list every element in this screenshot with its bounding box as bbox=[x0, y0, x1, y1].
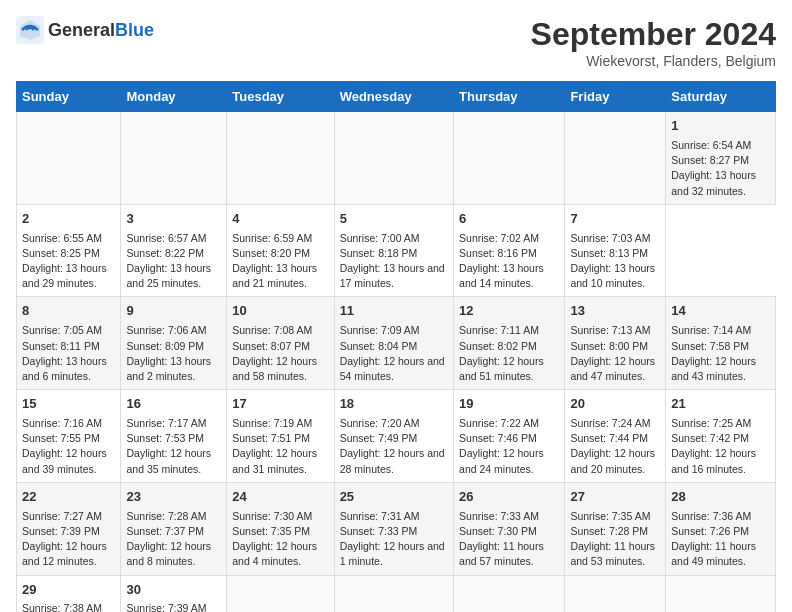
daylight-text: Daylight: 12 hours and 54 minutes. bbox=[340, 355, 445, 382]
table-row: 7Sunrise: 7:03 AMSunset: 8:13 PMDaylight… bbox=[565, 204, 666, 297]
table-row: 30Sunrise: 7:39 AMSunset: 7:21 PMDayligh… bbox=[121, 575, 227, 612]
sunset-text: Sunset: 8:09 PM bbox=[126, 340, 204, 352]
sunset-text: Sunset: 7:42 PM bbox=[671, 432, 749, 444]
table-row: 4Sunrise: 6:59 AMSunset: 8:20 PMDaylight… bbox=[227, 204, 334, 297]
table-row: 17Sunrise: 7:19 AMSunset: 7:51 PMDayligh… bbox=[227, 390, 334, 483]
day-number: 23 bbox=[126, 488, 221, 507]
daylight-text: Daylight: 11 hours and 53 minutes. bbox=[570, 540, 655, 567]
sunset-text: Sunset: 7:44 PM bbox=[570, 432, 648, 444]
daylight-text: Daylight: 12 hours and 8 minutes. bbox=[126, 540, 211, 567]
calendar-week-row: 8Sunrise: 7:05 AMSunset: 8:11 PMDaylight… bbox=[17, 297, 776, 390]
table-row bbox=[121, 112, 227, 205]
sunset-text: Sunset: 7:26 PM bbox=[671, 525, 749, 537]
daylight-text: Daylight: 12 hours and 47 minutes. bbox=[570, 355, 655, 382]
sunset-text: Sunset: 8:18 PM bbox=[340, 247, 418, 259]
sunrise-text: Sunrise: 7:33 AM bbox=[459, 510, 539, 522]
sunrise-text: Sunrise: 7:30 AM bbox=[232, 510, 312, 522]
sunrise-text: Sunrise: 7:02 AM bbox=[459, 232, 539, 244]
table-row: 22Sunrise: 7:27 AMSunset: 7:39 PMDayligh… bbox=[17, 482, 121, 575]
table-row bbox=[565, 112, 666, 205]
day-number: 10 bbox=[232, 302, 328, 321]
daylight-text: Daylight: 12 hours and 51 minutes. bbox=[459, 355, 544, 382]
table-row: 29Sunrise: 7:38 AMSunset: 7:23 PMDayligh… bbox=[17, 575, 121, 612]
day-number: 9 bbox=[126, 302, 221, 321]
day-number: 7 bbox=[570, 210, 660, 229]
daylight-text: Daylight: 13 hours and 6 minutes. bbox=[22, 355, 107, 382]
table-row: 8Sunrise: 7:05 AMSunset: 8:11 PMDaylight… bbox=[17, 297, 121, 390]
day-number: 20 bbox=[570, 395, 660, 414]
sunset-text: Sunset: 7:49 PM bbox=[340, 432, 418, 444]
title-area: September 2024 Wiekevorst, Flanders, Bel… bbox=[531, 16, 776, 69]
sunset-text: Sunset: 7:28 PM bbox=[570, 525, 648, 537]
daylight-text: Daylight: 12 hours and 31 minutes. bbox=[232, 447, 317, 474]
sunrise-text: Sunrise: 7:22 AM bbox=[459, 417, 539, 429]
table-row: 26Sunrise: 7:33 AMSunset: 7:30 PMDayligh… bbox=[454, 482, 565, 575]
sunrise-text: Sunrise: 7:27 AM bbox=[22, 510, 102, 522]
location-title: Wiekevorst, Flanders, Belgium bbox=[531, 53, 776, 69]
col-thursday: Thursday bbox=[454, 82, 565, 112]
daylight-text: Daylight: 12 hours and 24 minutes. bbox=[459, 447, 544, 474]
day-number: 11 bbox=[340, 302, 448, 321]
calendar-header-row: Sunday Monday Tuesday Wednesday Thursday… bbox=[17, 82, 776, 112]
day-number: 5 bbox=[340, 210, 448, 229]
sunrise-text: Sunrise: 7:06 AM bbox=[126, 324, 206, 336]
daylight-text: Daylight: 12 hours and 12 minutes. bbox=[22, 540, 107, 567]
table-row bbox=[334, 112, 453, 205]
sunset-text: Sunset: 8:20 PM bbox=[232, 247, 310, 259]
sunrise-text: Sunrise: 7:11 AM bbox=[459, 324, 539, 336]
table-row: 14Sunrise: 7:14 AMSunset: 7:58 PMDayligh… bbox=[666, 297, 776, 390]
day-number: 25 bbox=[340, 488, 448, 507]
table-row: 13Sunrise: 7:13 AMSunset: 8:00 PMDayligh… bbox=[565, 297, 666, 390]
daylight-text: Daylight: 13 hours and 17 minutes. bbox=[340, 262, 445, 289]
day-number: 21 bbox=[671, 395, 770, 414]
sunrise-text: Sunrise: 7:39 AM bbox=[126, 602, 206, 612]
table-row bbox=[334, 575, 453, 612]
sunrise-text: Sunrise: 7:17 AM bbox=[126, 417, 206, 429]
daylight-text: Daylight: 12 hours and 20 minutes. bbox=[570, 447, 655, 474]
sunset-text: Sunset: 7:35 PM bbox=[232, 525, 310, 537]
daylight-text: Daylight: 12 hours and 58 minutes. bbox=[232, 355, 317, 382]
calendar-week-row: 1Sunrise: 6:54 AMSunset: 8:27 PMDaylight… bbox=[17, 112, 776, 205]
day-number: 6 bbox=[459, 210, 559, 229]
sunset-text: Sunset: 7:33 PM bbox=[340, 525, 418, 537]
table-row bbox=[17, 112, 121, 205]
daylight-text: Daylight: 11 hours and 57 minutes. bbox=[459, 540, 544, 567]
day-number: 13 bbox=[570, 302, 660, 321]
calendar-week-row: 22Sunrise: 7:27 AMSunset: 7:39 PMDayligh… bbox=[17, 482, 776, 575]
table-row: 16Sunrise: 7:17 AMSunset: 7:53 PMDayligh… bbox=[121, 390, 227, 483]
daylight-text: Daylight: 13 hours and 21 minutes. bbox=[232, 262, 317, 289]
sunset-text: Sunset: 7:51 PM bbox=[232, 432, 310, 444]
day-number: 30 bbox=[126, 581, 221, 600]
logo-icon bbox=[16, 16, 44, 44]
table-row bbox=[565, 575, 666, 612]
sunset-text: Sunset: 8:13 PM bbox=[570, 247, 648, 259]
day-number: 18 bbox=[340, 395, 448, 414]
sunrise-text: Sunrise: 7:20 AM bbox=[340, 417, 420, 429]
sunrise-text: Sunrise: 7:24 AM bbox=[570, 417, 650, 429]
table-row bbox=[454, 112, 565, 205]
day-number: 16 bbox=[126, 395, 221, 414]
table-row: 24Sunrise: 7:30 AMSunset: 7:35 PMDayligh… bbox=[227, 482, 334, 575]
sunrise-text: Sunrise: 7:05 AM bbox=[22, 324, 102, 336]
daylight-text: Daylight: 13 hours and 2 minutes. bbox=[126, 355, 211, 382]
col-friday: Friday bbox=[565, 82, 666, 112]
table-row bbox=[227, 575, 334, 612]
logo-general-text: General bbox=[48, 20, 115, 41]
day-number: 24 bbox=[232, 488, 328, 507]
table-row: 12Sunrise: 7:11 AMSunset: 8:02 PMDayligh… bbox=[454, 297, 565, 390]
day-number: 15 bbox=[22, 395, 115, 414]
day-number: 4 bbox=[232, 210, 328, 229]
table-row: 5Sunrise: 7:00 AMSunset: 8:18 PMDaylight… bbox=[334, 204, 453, 297]
daylight-text: Daylight: 12 hours and 35 minutes. bbox=[126, 447, 211, 474]
sunrise-text: Sunrise: 7:00 AM bbox=[340, 232, 420, 244]
sunset-text: Sunset: 8:27 PM bbox=[671, 154, 749, 166]
daylight-text: Daylight: 12 hours and 28 minutes. bbox=[340, 447, 445, 474]
sunset-text: Sunset: 7:30 PM bbox=[459, 525, 537, 537]
daylight-text: Daylight: 12 hours and 39 minutes. bbox=[22, 447, 107, 474]
table-row: 3Sunrise: 6:57 AMSunset: 8:22 PMDaylight… bbox=[121, 204, 227, 297]
calendar-week-row: 15Sunrise: 7:16 AMSunset: 7:55 PMDayligh… bbox=[17, 390, 776, 483]
table-row bbox=[227, 112, 334, 205]
sunset-text: Sunset: 8:07 PM bbox=[232, 340, 310, 352]
daylight-text: Daylight: 11 hours and 49 minutes. bbox=[671, 540, 756, 567]
sunrise-text: Sunrise: 7:14 AM bbox=[671, 324, 751, 336]
